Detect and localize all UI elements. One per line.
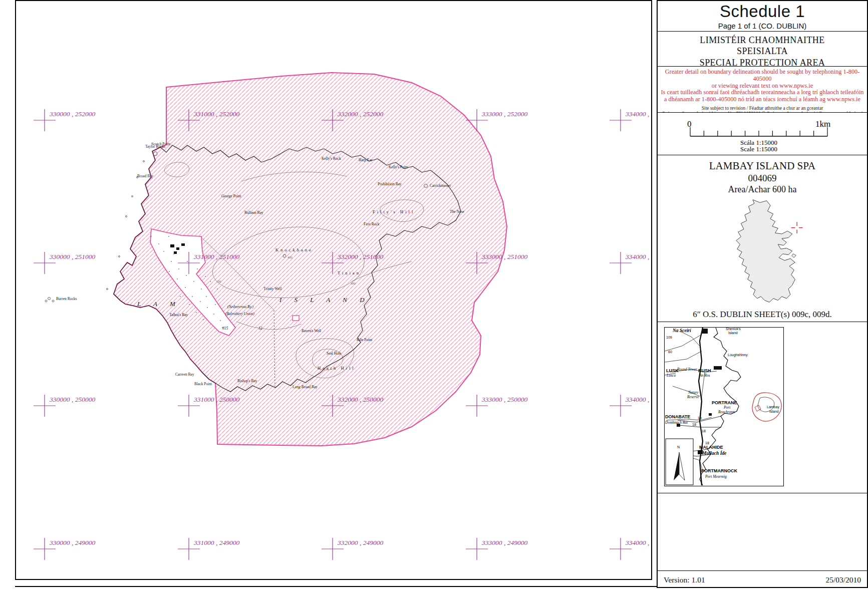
map-place-label: (Balrothery Union) <box>225 312 254 316</box>
designation-irish-1: LIMISTÉIR CHAOMHNAITHE <box>658 35 867 46</box>
inset-place-label: Nature <box>688 390 699 395</box>
inset-place-label: Lambay <box>767 405 779 409</box>
grid-coordinate-label: 330000 , 251000 <box>49 253 95 260</box>
inset-place-label: 60 <box>668 350 672 354</box>
inset-place-label: DONABATE <box>665 414 690 419</box>
inset-place-label: Lusca <box>666 373 676 378</box>
grid-coordinate-label: 334000 , 249 <box>625 539 651 546</box>
version-row: Version: 1.01 25/03/2010 <box>658 571 867 586</box>
location-inset-map: Na SceiríShenick'sIslandLoughshinnyLUSKR… <box>664 327 784 486</box>
inset-place-label: Mullach Íde <box>702 450 727 456</box>
site-name: LAMBAY ISLAND SPA <box>658 160 867 172</box>
scale-end-label: 1km <box>815 119 830 129</box>
grid-coordinate-label: 333000 , 250000 <box>481 396 527 403</box>
map-place-label: (Nethercross By.) <box>227 305 253 309</box>
spa-map-sheet: Taylor RocksBurren RocksScotch PointBroa… <box>0 0 868 590</box>
map-place-label: Kiln Point <box>357 338 373 342</box>
map-place-label: Talbot's Bay <box>169 313 188 317</box>
inset-place-label: Na Sceirí <box>672 328 692 333</box>
lambay-island-map: Taylor RocksBurren RocksScotch PointBroa… <box>16 1 651 579</box>
inset-map-svg: Na SceiríShenick'sIslandLoughshinnyLUSKR… <box>665 328 783 485</box>
map-place-label: Seal Hole <box>327 351 342 356</box>
grid-coordinate-label: 331000 , 251000 <box>193 253 239 260</box>
inset-place-label: N <box>677 445 680 449</box>
map-place-label: 12 <box>258 326 262 331</box>
inset-railway <box>699 328 703 485</box>
blank-section <box>658 493 867 571</box>
inset-place-label: Reserve <box>687 395 699 399</box>
inset-place-label: Round Tower <box>677 367 697 372</box>
grid-coordinate-label: 330000 , 250000 <box>49 396 95 403</box>
map-place-label: 100 <box>216 279 221 283</box>
map-place-label: 815 <box>222 326 228 331</box>
map-place-label: Trinity Well <box>263 286 281 291</box>
map-place-label: Heath Hill <box>318 366 356 371</box>
grid-coordinate-label: 330000 , 249000 <box>49 539 95 546</box>
grid-coordinate-label: 330000 , 252000 <box>49 110 95 118</box>
page-bottom-rule <box>15 586 657 587</box>
grid-coordinate-label: 332000 , 251000 <box>337 253 383 260</box>
pink-enclosure <box>293 316 299 321</box>
inset-place-label: 18 <box>692 423 696 426</box>
map-place-label: Black Point <box>194 382 212 386</box>
map-place-label: Carrickmaster <box>430 183 451 188</box>
site-code: 004069 <box>658 173 867 184</box>
map-place-label: First Rock <box>364 222 380 226</box>
inset-section: Na SceiríShenick'sIslandLoughshinnyLUSKR… <box>658 322 867 493</box>
county-dublin-locator-map <box>717 197 807 307</box>
inset-place-label: Reachrann <box>718 410 735 414</box>
date-label: 25/03/2010 <box>825 575 861 584</box>
inset-place-label: PORTRANE <box>712 400 737 405</box>
grid-coordinate-label: 331000 , 252000 <box>193 110 239 118</box>
notice-red-line: Is ceart tuilleadh sonraí faoi dhréachad… <box>658 89 867 96</box>
map-place-label: Broad Bay <box>137 174 154 178</box>
page-title: Schedule 1 <box>658 2 867 21</box>
grid-coordinate-label: 333000 , 252000 <box>481 110 527 118</box>
legend-sidebar: Schedule 1 Page 1 of 1 (CO. DUBLIN) LIMI… <box>657 0 868 588</box>
inset-place-label: 18 <box>698 416 702 420</box>
scale-zero-label: 0 <box>687 119 692 129</box>
inset-place-label: Shenick's <box>726 328 741 331</box>
scalebar-block: 0 1km Scála 1:15000 Scale 1:15000 <box>658 113 867 155</box>
map-place-label: Burren Rocks <box>56 297 77 301</box>
map-place-label: Kelly's Point <box>389 165 409 169</box>
county-outline <box>736 200 795 303</box>
inset-place-label: 18 <box>702 429 706 433</box>
map-place-label: Scotch Point <box>151 142 171 146</box>
os-sheet-reference: 6″ O.S. DUBLIN SHEET(s) 009c, 009d. <box>658 310 867 320</box>
designation-block: LIMISTÉIR CHAOMHNAITHE SPEISIALTA SPECIA… <box>658 32 867 67</box>
scale-bar: 0 1km Scála 1:15000 Scale 1:15000 <box>658 113 867 154</box>
osi-licence-line: Site subject to revision / Féadtar athru… <box>658 105 867 111</box>
grid-coordinate-label: 332000 , 249000 <box>337 539 383 546</box>
main-map-panel: Taylor RocksBurren RocksScotch PointBroa… <box>15 0 652 580</box>
map-place-label: Bishop's Bay <box>237 379 257 383</box>
inset-place-label: PORTMARNOCK <box>701 468 737 473</box>
map-place-label: The Nose <box>450 209 465 214</box>
scale-english: Scale 1:15000 <box>740 145 777 153</box>
notice-block: Greater detail on boundary delineation s… <box>658 67 867 113</box>
grid-coordinate-label: 331000 , 250000 <box>193 396 239 403</box>
inset-place-label: Domhnach Bat <box>665 420 688 425</box>
title-block: Schedule 1 Page 1 of 1 (CO. DUBLIN) <box>658 1 867 32</box>
map-place-label: George Point <box>221 194 242 198</box>
inset-place-label: Island <box>728 331 738 335</box>
grid-coordinate-label: 334000 , 251 <box>625 253 651 260</box>
map-place-label: Harp Ear <box>359 158 373 162</box>
map-place-label: Carreen Bay <box>175 372 194 377</box>
designation-english: SPECIAL PROTECTION AREA <box>658 57 867 67</box>
grid-coordinate-label: 334000 , 250 <box>625 396 651 403</box>
version-label: Version: 1.01 <box>664 575 705 584</box>
map-place-label: Prohibition Bay <box>378 182 402 186</box>
site-area: Area/Achar 600 ha <box>658 184 867 195</box>
inset-towns <box>677 329 722 454</box>
site-block: LAMBAY ISLAND SPA 004069 Area/Achar 600 … <box>658 155 867 322</box>
inset-place-label: Island <box>769 410 779 413</box>
site-crosshair <box>791 222 803 233</box>
inset-place-label: 109 <box>666 336 672 339</box>
map-place-label: Bullaun Bay <box>244 210 263 215</box>
inset-place-label: MALAHIDE <box>699 445 723 450</box>
map-place-label: Tinian <box>338 270 361 275</box>
map-place-label: Filty's Hill <box>373 209 415 214</box>
notice-red-line: a dhéanamh ar 1-800-405000 nó tríd an té… <box>658 96 867 103</box>
map-place-label: L A M <box>137 300 181 308</box>
